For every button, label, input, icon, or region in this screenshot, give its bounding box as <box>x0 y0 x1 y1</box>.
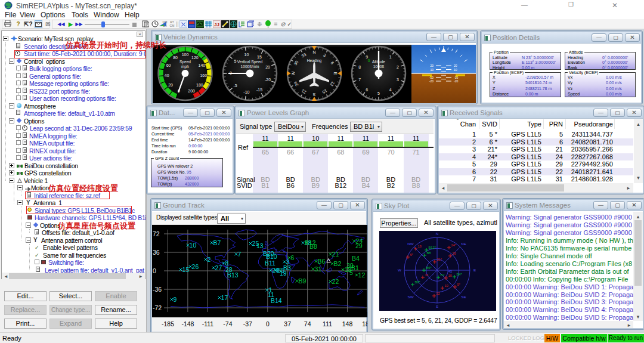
svg-text:26: 26 <box>192 263 199 270</box>
svg-text:80: 80 <box>173 55 178 60</box>
svg-text:10: 10 <box>190 242 197 249</box>
svg-text:8: 8 <box>358 65 361 69</box>
svg-text:17: 17 <box>221 294 228 301</box>
svg-text:-37: -37 <box>243 320 252 327</box>
svg-text:-20: -20 <box>265 78 271 82</box>
svg-text:10: 10 <box>454 68 457 72</box>
svg-text:NE: NE <box>461 242 466 246</box>
svg-text:160: 160 <box>200 73 207 78</box>
svg-text:4: 4 <box>389 88 392 92</box>
svg-text:148: 148 <box>342 320 353 327</box>
svg-text:19: 19 <box>444 284 448 288</box>
svg-text:20: 20 <box>168 83 173 87</box>
svg-text:-111: -111 <box>202 320 214 327</box>
svg-text:B2: B2 <box>440 273 444 277</box>
svg-text:SW: SW <box>408 295 414 299</box>
svg-text:15: 15 <box>182 266 190 273</box>
svg-text:20: 20 <box>454 64 457 67</box>
svg-text:111: 111 <box>323 320 332 327</box>
svg-text:12: 12 <box>358 271 366 279</box>
svg-text:185: 185 <box>362 320 367 327</box>
svg-text:Speed: Speed <box>179 60 191 64</box>
svg-text:B9: B9 <box>299 277 306 285</box>
svg-text:13: 13 <box>256 242 264 249</box>
svg-text:-148: -148 <box>181 320 194 327</box>
svg-text:24*: 24* <box>451 243 456 247</box>
svg-text:22: 22 <box>436 292 439 295</box>
svg-text:B13: B13 <box>227 271 239 279</box>
svg-text:-72: -72 <box>153 304 162 311</box>
svg-text:20: 20 <box>265 65 270 69</box>
svg-text:N: N <box>436 231 438 236</box>
svg-text:180: 180 <box>196 83 203 87</box>
svg-text:5*: 5* <box>457 283 460 286</box>
svg-text:120: 120 <box>191 55 199 60</box>
svg-text:27: 27 <box>215 264 222 271</box>
svg-text:22: 22 <box>332 278 339 285</box>
svg-text:31: 31 <box>315 265 322 273</box>
svg-text:29: 29 <box>355 242 363 249</box>
svg-text:W: W <box>398 268 401 272</box>
svg-text:-20: -20 <box>429 79 434 83</box>
svg-text:10: 10 <box>430 68 434 72</box>
svg-text:B14: B14 <box>271 297 282 304</box>
svg-text:2: 2 <box>208 256 211 263</box>
svg-text:21: 21 <box>332 251 339 258</box>
svg-text:7: 7 <box>238 251 242 258</box>
svg-text:37: 37 <box>284 320 291 327</box>
svg-text:B2: B2 <box>334 260 342 267</box>
svg-text:36: 36 <box>153 249 160 256</box>
svg-text:31: 31 <box>425 273 428 277</box>
svg-text:0: 0 <box>153 267 156 274</box>
svg-text:B6*: B6* <box>426 266 432 270</box>
svg-text:SE: SE <box>461 295 466 299</box>
svg-text:19: 19 <box>280 270 287 277</box>
svg-text:7: 7 <box>358 78 361 82</box>
svg-text:10: 10 <box>448 274 451 277</box>
svg-text:-15: -15 <box>256 88 262 92</box>
svg-text:0: 0 <box>368 58 370 63</box>
svg-text:E: E <box>333 72 338 75</box>
svg-text:21*: 21* <box>436 258 442 261</box>
svg-text:74: 74 <box>304 320 311 327</box>
svg-text:10: 10 <box>244 52 249 57</box>
svg-text:N: N <box>312 50 315 54</box>
svg-text:B4: B4 <box>352 255 360 262</box>
svg-text:B7: B7 <box>213 239 221 246</box>
svg-text:72: 72 <box>153 230 160 237</box>
svg-text:1: 1 <box>389 55 392 59</box>
svg-text:-185: -185 <box>162 320 174 327</box>
svg-text:60: 60 <box>166 63 171 67</box>
svg-text:15: 15 <box>257 55 262 59</box>
svg-text:mph: mph <box>181 64 189 69</box>
svg-text:B4*: B4* <box>456 273 462 276</box>
svg-text:5: 5 <box>234 59 237 63</box>
svg-text:1000ft/min: 1000ft/min <box>241 64 259 69</box>
svg-text:20: 20 <box>430 64 434 67</box>
svg-text:B8: B8 <box>426 251 431 255</box>
svg-text:40: 40 <box>165 73 169 78</box>
svg-text:NW: NW <box>407 242 413 246</box>
svg-text:6: 6 <box>291 254 295 261</box>
svg-text:-5: -5 <box>233 84 237 88</box>
svg-text:3: 3 <box>397 78 399 82</box>
svg-text:Vertical Speed: Vertical Speed <box>237 60 263 64</box>
svg-text:100: 100 <box>182 52 189 57</box>
svg-text:B12*: B12* <box>428 246 436 249</box>
svg-text:140: 140 <box>199 63 206 67</box>
svg-text:B8: B8 <box>309 243 317 250</box>
svg-text:S: S <box>312 92 315 97</box>
svg-text:9: 9 <box>174 296 177 303</box>
svg-text:B9*: B9* <box>414 280 420 284</box>
svg-text:18: 18 <box>417 245 421 248</box>
svg-text:0: 0 <box>266 320 270 327</box>
svg-text:5: 5 <box>349 269 353 276</box>
svg-text:E: E <box>473 268 476 272</box>
svg-text:B11: B11 <box>265 259 275 267</box>
svg-text:-10: -10 <box>243 90 249 94</box>
svg-text:29: 29 <box>452 252 456 255</box>
svg-text:S: S <box>436 304 438 308</box>
svg-text:-74: -74 <box>223 320 232 327</box>
svg-text:6: 6 <box>366 88 368 92</box>
svg-text:-36: -36 <box>153 286 162 293</box>
